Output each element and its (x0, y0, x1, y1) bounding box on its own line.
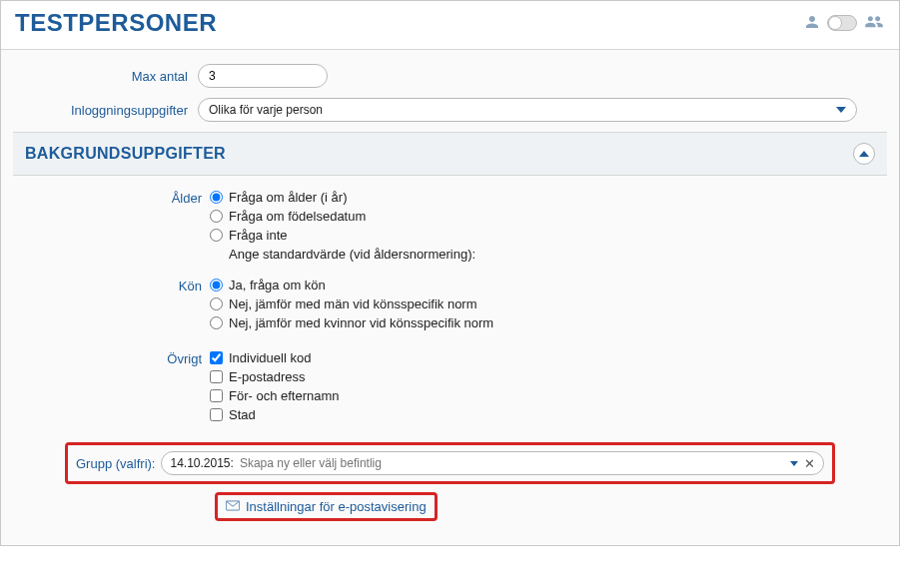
group-ovrigt: Övrigt Individuell kod E-postadress För-… (25, 350, 875, 426)
ovrigt-check-1[interactable] (210, 351, 223, 364)
section-body: Ålder Fråga om ålder (i år) Fråga om föd… (13, 176, 887, 529)
kon-opt3[interactable]: Nej, jämför med kvinnor vid könsspecifik… (210, 315, 875, 330)
label-ovrigt: Övrigt (25, 350, 210, 426)
alder-radio-3[interactable] (210, 229, 223, 242)
grupp-dropdown-icon[interactable] (790, 461, 798, 466)
ovrigt-options: Individuell kod E-postadress För- och ef… (210, 350, 875, 426)
main-panel: TESTPERSONER Max antal Inloggningsuppgif… (0, 0, 900, 546)
section-title: BAKGRUNDSUPPGIFTER (25, 145, 226, 163)
ovrigt-check-3[interactable] (210, 389, 223, 402)
label-grupp: Grupp (valfri): (76, 456, 155, 471)
alder-note: Ange standardvärde (vid åldersnormering)… (229, 247, 875, 262)
row-inloggning: Inloggningsuppgifter Olika för varje per… (13, 98, 887, 122)
kon-opt1[interactable]: Ja, fråga om kön (210, 278, 875, 293)
input-max-antal[interactable] (209, 69, 317, 83)
ovrigt-opt1[interactable]: Individuell kod (210, 350, 875, 365)
alder-options: Fråga om ålder (i år) Fråga om födelseda… (210, 190, 875, 262)
mode-toggle[interactable] (827, 15, 857, 31)
ovrigt-check-2[interactable] (210, 370, 223, 383)
label-alder: Ålder (25, 190, 210, 262)
ovrigt-opt3[interactable]: För- och efternamn (210, 388, 875, 403)
group-alder: Ålder Fråga om ålder (i år) Fråga om föd… (25, 190, 875, 262)
kon-opt3-label: Nej, jämför med kvinnor vid könsspecifik… (229, 315, 493, 330)
header-icons (803, 13, 885, 34)
envelope-icon (226, 499, 240, 514)
single-person-icon[interactable] (803, 13, 821, 34)
alder-opt3[interactable]: Fråga inte (210, 228, 875, 243)
email-settings-link[interactable]: Inställningar för e-postavisering (246, 499, 427, 514)
kon-opt1-label: Ja, fråga om kön (229, 278, 326, 293)
alder-opt2[interactable]: Fråga om födelsedatum (210, 209, 875, 224)
email-settings-highlight: Inställningar för e-postavisering (215, 492, 438, 521)
alder-radio-2[interactable] (210, 210, 223, 223)
alder-opt2-label: Fråga om födelsedatum (229, 209, 366, 224)
label-inloggning: Inloggningsuppgifter (13, 103, 198, 118)
input-max-antal-wrap (198, 64, 328, 88)
alder-radio-1[interactable] (210, 191, 223, 204)
alder-opt1-label: Fråga om ålder (i år) (229, 190, 347, 205)
label-kon: Kön (25, 278, 210, 334)
alder-opt1[interactable]: Fråga om ålder (i år) (210, 190, 875, 205)
kon-options: Ja, fråga om kön Nej, jämför med män vid… (210, 278, 875, 334)
grupp-prefix: 14.10.2015: (170, 456, 233, 470)
ovrigt-check-4[interactable] (210, 408, 223, 421)
ovrigt-opt1-label: Individuell kod (229, 350, 311, 365)
ovrigt-opt4[interactable]: Stad (210, 407, 875, 422)
ovrigt-opt4-label: Stad (229, 407, 256, 422)
ovrigt-opt2-label: E-postadress (229, 369, 306, 384)
select-inloggning-text: Olika för varje person (209, 103, 323, 117)
chevron-down-icon (836, 107, 846, 113)
grupp-highlight: Grupp (valfri): 14.10.2015: ✕ (65, 442, 835, 484)
toggle-knob (828, 16, 842, 30)
ovrigt-opt2[interactable]: E-postadress (210, 369, 875, 384)
section-header: BAKGRUNDSUPPGIFTER (13, 132, 887, 176)
ovrigt-opt3-label: För- och efternamn (229, 388, 340, 403)
grupp-input-wrap[interactable]: 14.10.2015: ✕ (161, 451, 824, 475)
multi-person-icon[interactable] (863, 13, 885, 34)
kon-opt2-label: Nej, jämför med män vid könsspecifik nor… (229, 296, 477, 311)
group-kon: Kön Ja, fråga om kön Nej, jämför med män… (25, 278, 875, 334)
grupp-input[interactable] (240, 456, 790, 470)
grupp-controls: ✕ (790, 456, 815, 471)
kon-radio-3[interactable] (210, 316, 223, 329)
select-inloggning[interactable]: Olika för varje person (198, 98, 857, 122)
alder-opt3-label: Fråga inte (229, 228, 288, 243)
chevron-up-icon (859, 151, 869, 157)
label-max-antal: Max antal (13, 69, 198, 84)
title-bar: TESTPERSONER (1, 1, 899, 49)
kon-radio-2[interactable] (210, 297, 223, 310)
body-panel: Max antal Inloggningsuppgifter Olika för… (1, 49, 899, 545)
grupp-clear-icon[interactable]: ✕ (804, 456, 815, 471)
page-title: TESTPERSONER (15, 9, 217, 37)
collapse-button[interactable] (853, 143, 875, 165)
kon-opt2[interactable]: Nej, jämför med män vid könsspecifik nor… (210, 296, 875, 311)
row-max-antal: Max antal (13, 64, 887, 88)
kon-radio-1[interactable] (210, 279, 223, 292)
